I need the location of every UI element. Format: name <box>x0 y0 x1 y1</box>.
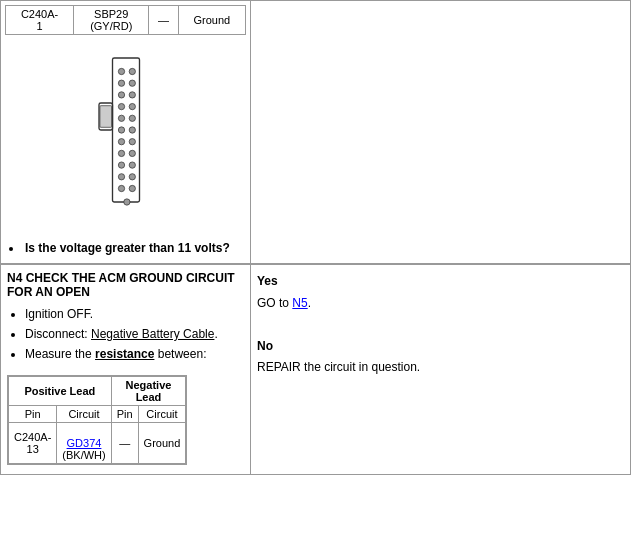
svg-point-6 <box>118 103 124 109</box>
svg-point-9 <box>118 139 124 145</box>
measure-table: Positive Lead Negative Lead Pin Circuit … <box>8 376 186 464</box>
svg-point-21 <box>129 150 135 156</box>
svg-point-5 <box>118 92 124 98</box>
data-pin2: — <box>111 423 138 464</box>
svg-point-4 <box>118 80 124 86</box>
measure-table-wrapper: Positive Lead Negative Lead Pin Circuit … <box>7 375 187 465</box>
positive-lead-header: Positive Lead <box>9 377 112 406</box>
n5-link[interactable]: N5 <box>292 296 307 310</box>
svg-point-20 <box>129 139 135 145</box>
section-title: N4 CHECK THE ACM GROUND CIRCUIT FOR AN O… <box>7 271 244 299</box>
col-pin1-header: Pin <box>9 406 57 423</box>
instruction-3: Measure the resistance between: <box>25 345 244 363</box>
instruction-2: Disconnect: Negative Battery Cable. <box>25 325 244 343</box>
svg-point-12 <box>118 174 124 180</box>
negative-lead-header: Negative Lead <box>111 377 186 406</box>
bottom-left-panel: N4 CHECK THE ACM GROUND CIRCUIT FOR AN O… <box>1 265 251 474</box>
svg-point-18 <box>129 115 135 121</box>
bottom-section: N4 CHECK THE ACM GROUND CIRCUIT FOR AN O… <box>1 264 630 474</box>
svg-point-17 <box>129 103 135 109</box>
top-left-panel: C240A- 1 SBP29 (GY/RD) — Ground <box>1 1 251 263</box>
col-circuit1-header: Circuit <box>57 406 111 423</box>
circuit-link-gd374[interactable]: GD374 <box>67 437 102 449</box>
connector-image <box>5 41 246 237</box>
connector-cell-1: C240A- 1 <box>6 6 74 35</box>
svg-point-3 <box>118 68 124 74</box>
data-pin1: C240A- 13 <box>9 423 57 464</box>
svg-point-14 <box>129 68 135 74</box>
connector-cell-3: — <box>149 6 178 35</box>
yes-go-text: GO to <box>257 296 292 310</box>
svg-point-24 <box>129 185 135 191</box>
svg-point-8 <box>118 127 124 133</box>
yes-label: Yes <box>257 274 278 288</box>
svg-point-16 <box>129 92 135 98</box>
instruction-1: Ignition OFF. <box>25 305 244 323</box>
svg-point-15 <box>129 80 135 86</box>
resistance-text: resistance <box>95 347 154 361</box>
no-label: No <box>257 339 273 353</box>
main-container: C240A- 1 SBP29 (GY/RD) — Ground <box>0 0 631 475</box>
bottom-right-panel: Yes GO to N5. No REPAIR the circuit in q… <box>251 265 630 474</box>
voltage-question-list: Is the voltage greater than 11 volts? <box>5 237 246 259</box>
svg-point-19 <box>129 127 135 133</box>
connector-diagram <box>86 49 166 229</box>
col-circuit2-header: Circuit <box>138 406 186 423</box>
no-repair-text: REPAIR the circuit in question. <box>257 360 420 374</box>
connector-cell-4: Ground <box>178 6 245 35</box>
connector-cell-2: SBP29 (GY/RD) <box>74 6 149 35</box>
svg-point-7 <box>118 115 124 121</box>
svg-point-25 <box>123 199 129 205</box>
col-pin2-header: Pin <box>111 406 138 423</box>
top-right-panel <box>251 1 630 263</box>
svg-point-10 <box>118 150 124 156</box>
svg-point-11 <box>118 162 124 168</box>
yes-no-section: Yes GO to N5. No REPAIR the circuit in q… <box>257 271 624 379</box>
svg-rect-2 <box>99 106 111 128</box>
data-circuit1: GD374(BK/WH) <box>57 423 111 464</box>
svg-point-23 <box>129 174 135 180</box>
instruction-list: Ignition OFF. Disconnect: Negative Batte… <box>7 305 244 363</box>
svg-point-13 <box>118 185 124 191</box>
disconnect-text: Negative Battery Cable <box>91 327 214 341</box>
data-circuit2: Ground <box>138 423 186 464</box>
top-section: C240A- 1 SBP29 (GY/RD) — Ground <box>1 1 630 264</box>
connector-table: C240A- 1 SBP29 (GY/RD) — Ground <box>5 5 246 35</box>
voltage-question: Is the voltage greater than 11 volts? <box>23 237 246 259</box>
svg-point-22 <box>129 162 135 168</box>
